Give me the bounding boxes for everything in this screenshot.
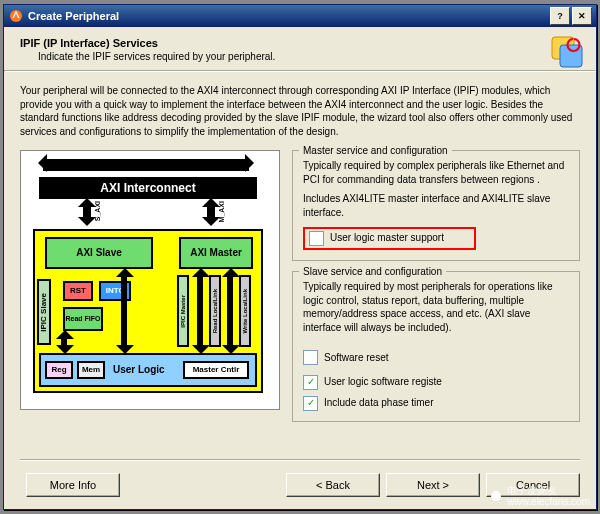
- app-icon: [8, 8, 24, 24]
- axi-master: AXI Master: [179, 237, 253, 269]
- back-button[interactable]: < Back: [286, 473, 380, 497]
- next-button[interactable]: Next >: [386, 473, 480, 497]
- page-subtitle: Indicate the IPIF services required by y…: [38, 51, 580, 62]
- user-logic-sw-reg-checkbox[interactable]: ✓: [303, 375, 318, 390]
- page-title: IPIF (IP Interface) Services: [20, 37, 580, 49]
- close-button[interactable]: ✕: [572, 7, 592, 25]
- wizard-icon: [548, 33, 584, 69]
- data-phase-timer-checkbox[interactable]: ✓: [303, 396, 318, 411]
- help-button[interactable]: ?: [550, 7, 570, 25]
- more-info-button[interactable]: More Info: [26, 473, 120, 497]
- software-reset-checkbox[interactable]: [303, 350, 318, 365]
- master-service-group: Master service and configuration Typical…: [292, 150, 580, 261]
- user-logic-master-highlight: User logic master support: [303, 227, 476, 250]
- axi-slave: AXI Slave: [45, 237, 153, 269]
- user-logic-master-checkbox[interactable]: [309, 231, 324, 246]
- watermark: 电子发烧友 www.elecfans.com: [491, 485, 590, 507]
- architecture-diagram: AXI Interconnect S_AXI M_AXI AXI Slave A…: [20, 150, 280, 410]
- intro-text: Your peripheral will be connected to the…: [20, 84, 580, 138]
- axi-interconnect: AXI Interconnect: [39, 177, 257, 199]
- slave-service-group: Slave service and configuration Typicall…: [292, 271, 580, 422]
- window-title: Create Peripheral: [28, 10, 119, 22]
